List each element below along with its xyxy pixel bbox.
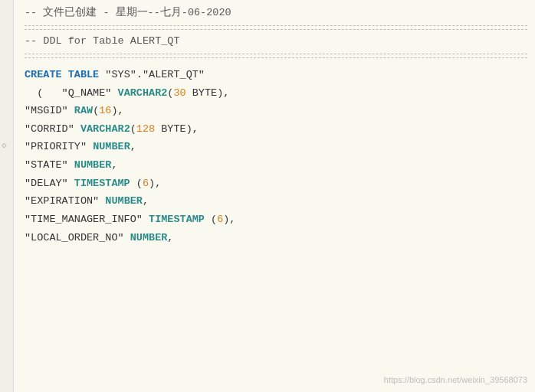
editor-area: ◇ -- 文件已创建 - 星期一--七月-06-2020 -- DDL for … xyxy=(0,0,535,392)
comment-line-2: -- DDL for Table ALERT_QT xyxy=(25,33,527,51)
table-name: "SYS"."ALERT_QT" xyxy=(105,69,205,80)
code-block: CREATE TABLE "SYS"."ALERT_QT" ( "Q_NAME"… xyxy=(25,66,527,247)
divider-2 xyxy=(25,29,527,30)
expiration-line: "EXPIRATION" NUMBER, xyxy=(25,192,527,211)
divider-4 xyxy=(25,57,527,58)
comment-line-1: -- 文件已创建 - 星期一--七月-06-2020 xyxy=(25,5,527,22)
corrid-line: "CORRID" VARCHAR2(128 BYTE), xyxy=(25,120,527,139)
divider-3 xyxy=(25,54,527,54)
divider-1 xyxy=(25,25,527,26)
time-manager-line: "TIME_MANAGER_INFO" TIMESTAMP (6), xyxy=(25,211,527,229)
create-table-line: CREATE TABLE "SYS"."ALERT_QT" xyxy=(25,66,527,84)
editor-content: -- 文件已创建 - 星期一--七月-06-2020 -- DDL for Ta… xyxy=(14,0,535,254)
line-gutter: ◇ xyxy=(0,0,14,392)
q-name-line: ( "Q_NAME" VARCHAR2(30 BYTE), xyxy=(25,84,527,103)
delay-line: "DELAY" TIMESTAMP (6), xyxy=(25,175,527,193)
priority-line: "PRIORITY" NUMBER, xyxy=(25,138,527,156)
watermark: https://blog.csdn.net/weixin_39568073 xyxy=(384,375,527,384)
table-keyword: TABLE xyxy=(68,69,100,80)
file-created-comment: -- 文件已创建 - 星期一--七月-06-2020 xyxy=(25,7,231,18)
state-line: "STATE" NUMBER, xyxy=(25,156,527,175)
q-name-str: ( "Q_NAME" VARCHAR2(30 BYTE), xyxy=(25,87,229,99)
gutter-icon: ◇ xyxy=(2,140,7,150)
local-order-line: "LOCAL_ORDER_NO" NUMBER, xyxy=(25,229,527,247)
create-keyword: CREATE xyxy=(25,69,62,80)
msgid-line: "MSGID" RAW(16), xyxy=(25,102,527,120)
ddl-comment: -- DDL for Table ALERT_QT xyxy=(25,35,180,47)
